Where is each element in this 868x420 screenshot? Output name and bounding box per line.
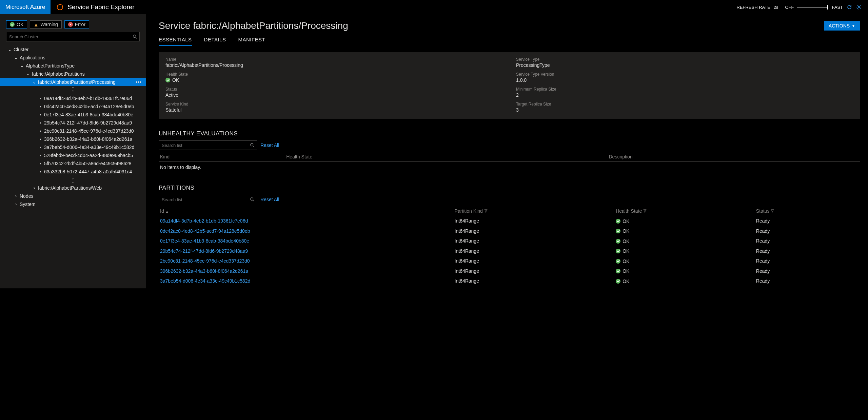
partition-id-link[interactable]: 396b2632-b32a-44a3-b60f-8f064a2d261a xyxy=(160,268,248,274)
partition-id-link[interactable]: 09a14df4-3d7b-4eb2-b1db-19361fc7e06d xyxy=(160,218,248,224)
refresh-icon[interactable] xyxy=(846,4,852,10)
partitions-reset-link[interactable]: Reset All xyxy=(260,197,279,202)
tree-app-type[interactable]: ⌄AlphabetPartitionsType xyxy=(0,62,146,70)
partitions-search-input[interactable] xyxy=(159,197,248,202)
azure-brand[interactable]: Microsoft Azure xyxy=(0,0,51,14)
filter-warning-chip[interactable]: ▲ Warning xyxy=(30,20,62,28)
filter-error-chip[interactable]: Error xyxy=(64,20,89,28)
tree-partition-item[interactable]: ›2bc90c81-2148-45ce-976d-e4cd337d23d0 xyxy=(0,127,146,135)
cell-status: Ready xyxy=(755,216,860,226)
tree-applications[interactable]: ⌄Applications xyxy=(0,54,146,62)
actions-button[interactable]: ACTIONS▼ xyxy=(824,21,860,31)
cluster-search-box[interactable] xyxy=(6,32,140,41)
cell-health: OK xyxy=(616,248,629,254)
tree-service-web[interactable]: ›fabric:/AlphabetPartitions/Web xyxy=(0,184,146,192)
section-unhealthy-title: UNHEALTHY EVALUATIONS xyxy=(159,130,860,137)
refresh-rate-slider[interactable] xyxy=(797,7,828,7)
cell-health: OK xyxy=(616,259,629,264)
tree-collapse-up-icon[interactable]: ⌃⌃ xyxy=(0,86,146,94)
tree-nodes[interactable]: ›Nodes xyxy=(0,192,146,200)
tabs: ESSENTIALS DETAILS MANIFEST xyxy=(159,37,860,46)
svg-point-8 xyxy=(59,4,61,5)
col-id[interactable]: Id▲ xyxy=(159,206,453,216)
col-kind[interactable]: Kind xyxy=(159,152,285,162)
tab-details[interactable]: DETAILS xyxy=(204,37,226,46)
cell-partition-kind: Int64Range xyxy=(453,216,615,226)
cell-status: Ready xyxy=(755,256,860,266)
ok-icon xyxy=(616,259,620,264)
refresh-off-label: OFF xyxy=(785,5,794,10)
tree-partition-item[interactable]: ›09a14df4-3d7b-4eb2-b1db-19361fc7e06d xyxy=(0,94,146,102)
refresh-rate-label: REFRESH RATE xyxy=(736,5,770,10)
ess-tgtrep-value: 3 xyxy=(516,107,853,113)
cell-health: OK xyxy=(616,279,629,284)
tree-partition-item[interactable]: ›5fb703c2-2bdf-4b50-a86d-e4c9c9498628 xyxy=(0,159,146,168)
ess-tgtrep-label: Target Replica Size xyxy=(516,102,853,107)
col-health[interactable]: Health State xyxy=(285,152,607,162)
tree-collapse-down-icon[interactable]: ⌄⌄ xyxy=(0,176,146,184)
more-icon[interactable]: ••• xyxy=(136,79,146,85)
partitions-search-box[interactable] xyxy=(159,195,257,204)
search-icon xyxy=(248,143,257,148)
col-status[interactable]: Status xyxy=(755,206,860,216)
table-row: 29b54c74-212f-47dd-8fd6-9b2729d48aa9Int6… xyxy=(159,246,860,256)
tree-partition-item[interactable]: ›528febd9-becd-4d04-aa2d-48de969bacb5 xyxy=(0,151,146,159)
unhealthy-reset-link[interactable]: Reset All xyxy=(260,142,279,148)
table-row: 0dc42ac0-4ed8-42b5-acd7-94a128e5d0ebInt6… xyxy=(159,226,860,236)
tree-service-processing[interactable]: ⌄fabric:/AlphabetPartitions/Processing••… xyxy=(0,78,146,86)
partition-id-link[interactable]: 0e17f3e4-83ae-41b3-8cab-384bde40b80e xyxy=(160,238,249,244)
svg-point-6 xyxy=(58,9,59,10)
cell-partition-kind: Int64Range xyxy=(453,226,615,236)
partition-id-link[interactable]: 2bc90c81-2148-45ce-976d-e4cd337d23d0 xyxy=(160,258,250,264)
settings-gear-icon[interactable] xyxy=(856,4,862,10)
cell-partition-kind: Int64Range xyxy=(453,246,615,256)
search-icon xyxy=(131,34,139,39)
ess-health-label: Health State xyxy=(165,72,502,77)
tab-manifest[interactable]: MANIFEST xyxy=(238,37,265,46)
tree-partition-item[interactable]: ›0dc42ac0-4ed8-42b5-acd7-94a128e5d0eb xyxy=(0,102,146,111)
ok-icon xyxy=(616,239,620,244)
col-desc[interactable]: Description xyxy=(608,152,860,162)
tree-system[interactable]: ›System xyxy=(0,200,146,208)
cell-health: OK xyxy=(616,228,629,234)
col-partition-kind[interactable]: Partition Kind xyxy=(453,206,615,216)
partition-id-link[interactable]: 3a7beb54-d006-4e34-a33e-49c49b1c582d xyxy=(160,278,250,284)
tree-partition-item[interactable]: ›0e17f3e4-83ae-41b3-8cab-384bde40b80e xyxy=(0,111,146,119)
ok-icon xyxy=(616,249,620,253)
col-health-state[interactable]: Health State xyxy=(614,206,755,216)
search-icon xyxy=(248,197,257,202)
filter-icon[interactable] xyxy=(484,210,488,213)
filter-ok-chip[interactable]: OK xyxy=(6,20,27,28)
essentials-panel: Namefabric:/AlphabetPartitions/Processin… xyxy=(159,52,860,119)
warning-icon: ▲ xyxy=(34,22,38,27)
svg-point-7 xyxy=(61,9,62,10)
tree-partition-item[interactable]: ›63a332b8-5072-4447-a4b8-a0af5f4031c4 xyxy=(0,168,146,176)
ess-minrep-label: Minimum Replica Size xyxy=(516,87,853,92)
cluster-search-input[interactable] xyxy=(6,34,131,39)
table-row: 09a14df4-3d7b-4eb2-b1db-19361fc7e06dInt6… xyxy=(159,216,860,226)
ess-name-label: Name xyxy=(165,57,502,62)
cell-health: OK xyxy=(616,238,629,244)
tree-partition-item[interactable]: ›3a7beb54-d006-4e34-a33e-49c49b1c582d xyxy=(0,143,146,151)
ess-type-value: ProcessingType xyxy=(516,62,853,68)
tree-app[interactable]: ⌄fabric:/AlphabetPartitions xyxy=(0,70,146,78)
ess-minrep-value: 2 xyxy=(516,92,853,98)
filter-icon[interactable] xyxy=(643,210,647,213)
partition-id-link[interactable]: 29b54c74-212f-47dd-8fd6-9b2729d48aa9 xyxy=(160,248,248,254)
partition-id-link[interactable]: 0dc42ac0-4ed8-42b5-acd7-94a128e5d0eb xyxy=(160,228,250,234)
table-row: 396b2632-b32a-44a3-b60f-8f064a2d261aInt6… xyxy=(159,266,860,276)
filter-ok-label: OK xyxy=(17,22,23,27)
partitions-table: Id▲ Partition Kind Health State Status 0… xyxy=(159,206,860,286)
tree-partition-item[interactable]: ›29b54c74-212f-47dd-8fd6-9b2729d48aa9 xyxy=(0,119,146,127)
refresh-rate-value: 2s xyxy=(774,5,778,10)
tree-cluster[interactable]: ⌄Cluster xyxy=(0,45,146,54)
svg-point-4 xyxy=(57,5,58,7)
cell-status: Ready xyxy=(755,236,860,246)
main-content: Service fabric:/AlphabetPartitions/Proce… xyxy=(146,14,868,288)
tree-partition-item[interactable]: ›396b2632-b32a-44a3-b60f-8f064a2d261a xyxy=(0,135,146,143)
unhealthy-search-input[interactable] xyxy=(159,143,248,148)
error-icon xyxy=(68,22,73,27)
filter-icon[interactable] xyxy=(771,210,774,213)
tab-essentials[interactable]: ESSENTIALS xyxy=(159,37,192,46)
unhealthy-search-box[interactable] xyxy=(159,140,257,150)
